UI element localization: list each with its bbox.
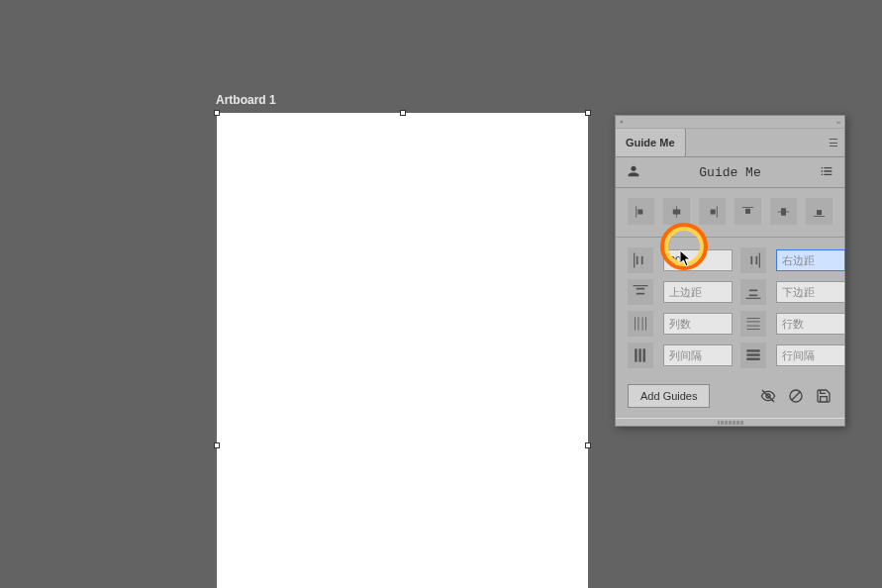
resize-handle[interactable] — [400, 110, 406, 116]
svg-rect-10 — [814, 216, 825, 217]
left-margin-icon — [628, 247, 653, 273]
resize-handle[interactable] — [214, 110, 220, 116]
svg-rect-21 — [746, 298, 761, 299]
align-left-button[interactable] — [628, 198, 654, 225]
columns-icon — [628, 311, 653, 337]
guide-me-panel: × ‹‹ Guide Me ☰ Guide Me — [615, 115, 845, 427]
resize-handle[interactable] — [585, 110, 591, 116]
svg-rect-31 — [746, 329, 759, 330]
svg-rect-0 — [637, 206, 637, 217]
svg-rect-26 — [642, 317, 643, 330]
svg-rect-35 — [746, 349, 759, 352]
svg-rect-18 — [634, 285, 648, 286]
bottom-margin-input[interactable] — [776, 281, 845, 303]
col-gutter-icon — [628, 343, 653, 368]
panel-header: Guide Me — [616, 157, 844, 188]
add-guides-button[interactable]: Add Guides — [628, 384, 710, 408]
user-icon[interactable] — [626, 163, 641, 182]
artboard-label: Artboard 1 — [216, 93, 276, 107]
action-row: Add Guides — [616, 378, 844, 418]
svg-rect-5 — [711, 209, 716, 214]
svg-rect-3 — [673, 209, 681, 214]
svg-rect-1 — [637, 209, 642, 214]
panel-title: Guide Me — [641, 165, 819, 180]
resize-handle[interactable] — [585, 442, 591, 448]
resize-handle[interactable] — [214, 442, 220, 448]
svg-rect-24 — [635, 317, 636, 330]
align-vcenter-button[interactable] — [770, 198, 797, 225]
svg-rect-17 — [756, 256, 758, 264]
align-hcenter-button[interactable] — [663, 198, 690, 225]
svg-rect-20 — [637, 293, 644, 295]
svg-rect-19 — [637, 288, 644, 290]
svg-rect-34 — [643, 348, 646, 361]
row-gutter-input[interactable] — [776, 344, 845, 366]
panel-chrome[interactable]: × ‹‹ — [616, 116, 844, 129]
rows-input[interactable] — [776, 313, 845, 335]
svg-rect-9 — [781, 208, 786, 216]
svg-rect-16 — [751, 256, 753, 264]
svg-rect-25 — [638, 317, 639, 330]
top-margin-input[interactable] — [663, 281, 733, 303]
align-bottom-button[interactable] — [806, 198, 833, 225]
tab-guide-me[interactable]: Guide Me — [616, 129, 686, 156]
right-margin-icon — [740, 247, 766, 273]
svg-rect-7 — [745, 208, 750, 213]
svg-rect-37 — [746, 358, 759, 361]
svg-rect-13 — [637, 256, 638, 264]
list-icon[interactable] — [819, 163, 834, 182]
svg-rect-23 — [749, 295, 757, 297]
guide-controls — [616, 238, 844, 378]
clear-icon[interactable] — [787, 387, 805, 405]
panel-menu-icon[interactable]: ☰ — [829, 137, 838, 149]
svg-rect-15 — [759, 253, 760, 268]
svg-rect-29 — [746, 322, 759, 323]
panel-resize-grip[interactable] — [616, 418, 844, 426]
quick-align-row — [616, 188, 844, 238]
left-margin-input[interactable] — [663, 249, 733, 271]
align-right-button[interactable] — [699, 198, 726, 225]
row-gutter-icon — [740, 343, 766, 368]
close-icon[interactable]: × — [620, 119, 624, 125]
visibility-icon[interactable] — [759, 387, 777, 405]
svg-rect-28 — [746, 318, 759, 319]
save-icon[interactable] — [815, 387, 833, 405]
artboard[interactable] — [217, 113, 588, 588]
svg-rect-27 — [645, 317, 646, 330]
svg-rect-11 — [817, 210, 822, 215]
svg-rect-22 — [749, 290, 757, 292]
collapse-icon[interactable]: ‹‹ — [836, 119, 840, 125]
svg-rect-36 — [746, 353, 759, 356]
svg-rect-4 — [717, 206, 718, 217]
svg-rect-32 — [635, 348, 637, 361]
right-margin-input[interactable] — [776, 249, 845, 271]
panel-tabs: Guide Me ☰ — [616, 129, 844, 157]
svg-rect-30 — [746, 326, 759, 327]
col-gutter-input[interactable] — [663, 344, 733, 366]
svg-line-41 — [792, 392, 800, 400]
svg-rect-12 — [634, 253, 635, 268]
rows-icon — [740, 311, 766, 337]
svg-rect-14 — [641, 256, 643, 264]
svg-rect-33 — [638, 348, 641, 361]
top-margin-icon — [628, 279, 653, 305]
bottom-margin-icon — [740, 279, 766, 305]
svg-rect-6 — [742, 207, 753, 208]
align-top-button[interactable] — [735, 198, 761, 225]
columns-input[interactable] — [663, 313, 733, 335]
